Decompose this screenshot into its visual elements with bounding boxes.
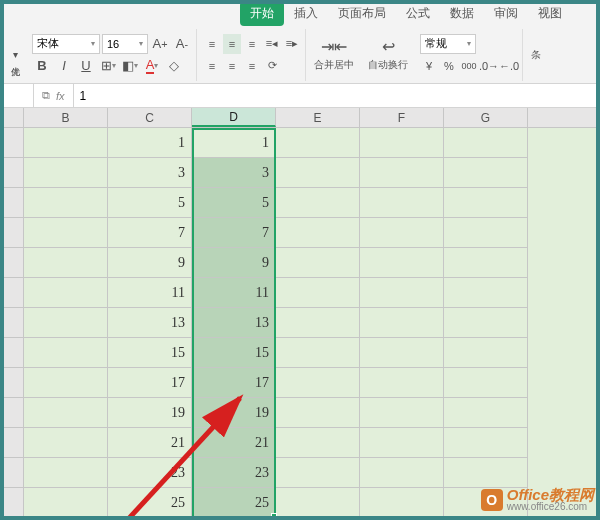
- cell-G[interactable]: [444, 188, 528, 218]
- cell-E[interactable]: [276, 128, 360, 158]
- orientation-button[interactable]: ⟳: [263, 56, 281, 76]
- cell-F[interactable]: [360, 278, 444, 308]
- tab-start[interactable]: 开始: [240, 1, 284, 26]
- cell-G[interactable]: [444, 458, 528, 488]
- cell-C[interactable]: 23: [108, 458, 192, 488]
- cell-F[interactable]: [360, 248, 444, 278]
- merge-center-button[interactable]: ⇥⇤ 合并居中: [308, 31, 360, 79]
- cell-D[interactable]: 11: [192, 278, 276, 308]
- currency-button[interactable]: ¥: [420, 56, 438, 76]
- cell-G[interactable]: [444, 158, 528, 188]
- row-header[interactable]: [0, 278, 24, 308]
- cell-G[interactable]: [444, 128, 528, 158]
- tab-page-layout[interactable]: 页面布局: [328, 1, 396, 26]
- col-header-G[interactable]: G: [444, 108, 528, 127]
- cell-G[interactable]: [444, 368, 528, 398]
- increase-decimal-button[interactable]: .0→: [480, 56, 498, 76]
- tab-review[interactable]: 审阅: [484, 1, 528, 26]
- col-header-C[interactable]: C: [108, 108, 192, 127]
- row-header[interactable]: [0, 308, 24, 338]
- cell-B[interactable]: [24, 368, 108, 398]
- cell-B[interactable]: [24, 128, 108, 158]
- cell-C[interactable]: 11: [108, 278, 192, 308]
- cell-C[interactable]: 7: [108, 218, 192, 248]
- cell-B[interactable]: [24, 338, 108, 368]
- cell-D[interactable]: 21: [192, 428, 276, 458]
- cell-C[interactable]: 21: [108, 428, 192, 458]
- cell-G[interactable]: [444, 248, 528, 278]
- cell-C[interactable]: 9: [108, 248, 192, 278]
- cell-B[interactable]: [24, 278, 108, 308]
- cell-E[interactable]: [276, 188, 360, 218]
- cell-B[interactable]: [24, 308, 108, 338]
- cell-G[interactable]: [444, 218, 528, 248]
- row-header[interactable]: [0, 188, 24, 218]
- cell-D[interactable]: 23: [192, 458, 276, 488]
- cell-E[interactable]: [276, 428, 360, 458]
- cell-B[interactable]: [24, 458, 108, 488]
- row-header[interactable]: [0, 398, 24, 428]
- cell-F[interactable]: [360, 338, 444, 368]
- cell-F[interactable]: [360, 428, 444, 458]
- cell-B[interactable]: [24, 428, 108, 458]
- number-format-select[interactable]: 常规▾: [420, 34, 476, 54]
- cell-C[interactable]: 15: [108, 338, 192, 368]
- col-header-F[interactable]: F: [360, 108, 444, 127]
- col-header-D[interactable]: D: [192, 108, 276, 127]
- cell-B[interactable]: [24, 188, 108, 218]
- increase-font-button[interactable]: A+: [150, 34, 170, 54]
- cell-C[interactable]: 1: [108, 128, 192, 158]
- increase-indent-button[interactable]: ≡▸: [283, 34, 301, 54]
- spreadsheet-grid[interactable]: B C D E F G 1133557799111113131515171719…: [0, 108, 600, 520]
- align-bottom-button[interactable]: ≡: [243, 34, 261, 54]
- cell-F[interactable]: [360, 308, 444, 338]
- row-header[interactable]: [0, 248, 24, 278]
- clear-format-button[interactable]: ◇: [164, 56, 184, 76]
- cell-E[interactable]: [276, 278, 360, 308]
- cell-F[interactable]: [360, 158, 444, 188]
- cell-B[interactable]: [24, 248, 108, 278]
- formula-input[interactable]: [74, 84, 600, 107]
- cell-B[interactable]: [24, 218, 108, 248]
- tab-data[interactable]: 数据: [440, 1, 484, 26]
- cell-E[interactable]: [276, 458, 360, 488]
- paste-button[interactable]: ▾ 优先: [4, 31, 26, 79]
- cell-G[interactable]: [444, 278, 528, 308]
- cell-F[interactable]: [360, 368, 444, 398]
- cell-F[interactable]: [360, 458, 444, 488]
- cell-D[interactable]: 17: [192, 368, 276, 398]
- cell-D[interactable]: 19: [192, 398, 276, 428]
- row-header[interactable]: [0, 458, 24, 488]
- align-right-button[interactable]: ≡: [243, 56, 261, 76]
- conditional-button[interactable]: 条: [525, 31, 547, 79]
- cell-E[interactable]: [276, 308, 360, 338]
- cell-C[interactable]: 13: [108, 308, 192, 338]
- cell-D[interactable]: 7: [192, 218, 276, 248]
- decrease-indent-button[interactable]: ≡◂: [263, 34, 281, 54]
- cell-D[interactable]: 9: [192, 248, 276, 278]
- decrease-font-button[interactable]: A-: [172, 34, 192, 54]
- cell-C[interactable]: 25: [108, 488, 192, 518]
- cell-E[interactable]: [276, 368, 360, 398]
- cell-E[interactable]: [276, 398, 360, 428]
- cell-D[interactable]: 13: [192, 308, 276, 338]
- cell-G[interactable]: [444, 398, 528, 428]
- cell-C[interactable]: 19: [108, 398, 192, 428]
- align-center-button[interactable]: ≡: [223, 56, 241, 76]
- cell-D[interactable]: 3: [192, 158, 276, 188]
- thousands-button[interactable]: 000: [460, 56, 478, 76]
- font-color-button[interactable]: A▾: [142, 56, 162, 76]
- tab-view[interactable]: 视图: [528, 1, 572, 26]
- cell-C[interactable]: 5: [108, 188, 192, 218]
- col-header-B[interactable]: B: [24, 108, 108, 127]
- cell-F[interactable]: [360, 218, 444, 248]
- name-box[interactable]: [0, 84, 34, 107]
- bold-button[interactable]: B: [32, 56, 52, 76]
- fx-icon[interactable]: fx: [56, 90, 65, 102]
- cell-B[interactable]: [24, 158, 108, 188]
- cell-F[interactable]: [360, 188, 444, 218]
- cell-D[interactable]: 25: [192, 488, 276, 518]
- cell-E[interactable]: [276, 248, 360, 278]
- align-middle-button[interactable]: ≡: [223, 34, 241, 54]
- row-header[interactable]: [0, 338, 24, 368]
